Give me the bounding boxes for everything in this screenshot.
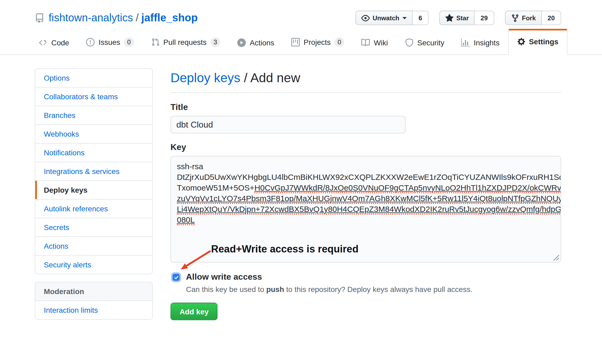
tab-label: Projects [304, 38, 331, 46]
page-title: Deploy keys / Add new [170, 70, 561, 93]
sidebar-item-options[interactable]: Options [35, 69, 152, 87]
github-settings-page: fishtown-analytics / jaffle_shop Unwatch… [0, 0, 602, 364]
sidebar-item-security-alerts[interactable]: Security alerts [35, 255, 152, 274]
sidebar-item-webhooks[interactable]: Webhooks [35, 124, 152, 143]
settings-menu: Options Collaborators & teams Branches W… [35, 68, 153, 274]
social-buttons: Unwatch 6 Star 29 Fork 20 [355, 11, 561, 25]
key-text: TxomoeW51M+5OS+ [177, 183, 254, 192]
moderation-heading: Moderation [35, 282, 152, 300]
sidebar-item-branches[interactable]: Branches [35, 106, 152, 124]
title-input[interactable] [170, 116, 406, 133]
gear-icon [517, 37, 525, 46]
key-label: Key [170, 143, 561, 152]
fork-icon [511, 14, 519, 22]
sidebar-item-notifications[interactable]: Notifications [35, 143, 152, 162]
pull-request-icon [151, 38, 160, 46]
annotation-arrow-icon [177, 248, 216, 273]
stars-count[interactable]: 29 [475, 11, 494, 25]
repo-header: fishtown-analytics / jaffle_shop Unwatch… [35, 0, 561, 25]
tab-wiki[interactable]: Wiki [353, 29, 397, 55]
repo-icon [35, 13, 44, 23]
tab-label: Wiki [374, 38, 388, 47]
key-text-misspelled: Li4WepXtQuY/VkDjpn+72XcwdBX5BvQ1y80H4CQE… [177, 204, 561, 215]
repo-separator: / [136, 12, 139, 24]
key-text-misspelled: 080L [177, 215, 195, 225]
sidebar-item-integrations[interactable]: Integrations & services [35, 162, 152, 180]
title-label: Title [170, 102, 561, 112]
key-text: ssh-rsa [177, 162, 203, 171]
tab-settings[interactable]: Settings [508, 29, 567, 55]
sidebar-item-collaborators[interactable]: Collaborators & teams [35, 87, 152, 106]
tab-actions[interactable]: Actions [229, 29, 283, 55]
repo-title: fishtown-analytics / jaffle_shop [35, 12, 198, 24]
graph-icon [461, 38, 470, 47]
watchers-count[interactable]: 6 [413, 11, 428, 25]
sidebar-item-actions[interactable]: Actions [35, 236, 152, 255]
shield-icon [405, 38, 414, 47]
allow-write-help: Can this key be used to push to this rep… [186, 285, 472, 294]
deploy-keys-breadcrumb-link[interactable]: Deploy keys [170, 70, 240, 85]
sidebar-item-interaction-limits[interactable]: Interaction limits [35, 300, 152, 319]
tab-pull-requests[interactable]: Pull requests 3 [142, 28, 229, 55]
star-button-group: Star 29 [439, 11, 494, 25]
unwatch-button[interactable]: Unwatch [355, 11, 413, 25]
star-button[interactable]: Star [439, 11, 475, 25]
chevron-down-icon [402, 17, 407, 21]
check-icon [173, 275, 179, 280]
fork-button-group: Fork 20 [505, 11, 561, 25]
unwatch-label: Unwatch [372, 14, 399, 22]
star-label: Star [456, 14, 469, 22]
pull-requests-counter: 3 [210, 37, 220, 47]
allow-write-label: Allow write access [186, 272, 472, 282]
repo-name-link[interactable]: jaffle_shop [141, 12, 198, 24]
repo-nav: Code Issues 0 Pull requests 3 Actions Pr… [0, 28, 602, 55]
tab-issues[interactable]: Issues 0 [78, 28, 142, 55]
key-text-misspelled: H0CvGpJ7WWkdR/8JxOe0S0VNuOF9gCTAp5nvyNLo… [254, 183, 561, 193]
tab-label: Security [417, 38, 444, 47]
tab-security[interactable]: Security [397, 29, 453, 55]
tab-label: Insights [474, 38, 500, 47]
breadcrumb-separator: / [240, 70, 250, 85]
sidebar-item-autolink[interactable]: Autolink references [35, 199, 152, 218]
tab-label: Pull requests [163, 38, 207, 46]
code-icon [39, 38, 48, 47]
resize-handle-icon[interactable] [553, 255, 560, 261]
project-icon [291, 38, 300, 46]
allow-write-checkbox[interactable] [173, 274, 180, 281]
sidebar-item-secrets[interactable]: Secrets [35, 218, 152, 236]
moderation-menu: Moderation Interaction limits [35, 282, 153, 320]
play-icon [238, 38, 246, 47]
deploy-key-form: Deploy keys / Add new Title Key ssh-rsa … [170, 68, 561, 320]
tab-label: Code [51, 38, 69, 47]
sidebar-item-deploy-keys[interactable]: Deploy keys [35, 180, 152, 199]
tab-label: Actions [250, 38, 274, 47]
watch-button-group: Unwatch 6 [355, 11, 428, 25]
tab-projects[interactable]: Projects 0 [283, 28, 353, 55]
breadcrumb-current: Add new [250, 70, 300, 85]
tab-insights[interactable]: Insights [453, 29, 508, 55]
star-icon [445, 14, 454, 22]
repo-owner-link[interactable]: fishtown-analytics [49, 12, 133, 24]
key-text-misspelled: zuVYqVv1cLYO7s4Pbsm3F81op/MaXHUGjnwV4Om7… [177, 194, 561, 204]
eye-icon [361, 14, 370, 22]
issues-counter: 0 [124, 37, 134, 47]
forks-count[interactable]: 20 [542, 11, 561, 25]
add-key-button[interactable]: Add key [170, 303, 218, 320]
tab-label: Issues [99, 38, 120, 46]
tab-code[interactable]: Code [30, 29, 78, 55]
tab-label: Settings [529, 37, 558, 46]
fork-button[interactable]: Fork [505, 11, 542, 25]
issue-icon [86, 38, 95, 46]
annotation-text: Read+Write access is required [211, 243, 359, 255]
fork-label: Fork [522, 14, 536, 22]
allow-write-row: Allow write access Can this key be used … [173, 272, 561, 294]
book-icon [362, 38, 370, 47]
settings-sidebar: Options Collaborators & teams Branches W… [35, 68, 153, 320]
key-text: DtZjrXuD5UwXwYKHgbgLU4lbCmBiKHLWX92xCXQP… [177, 172, 561, 181]
projects-counter: 0 [335, 37, 344, 47]
